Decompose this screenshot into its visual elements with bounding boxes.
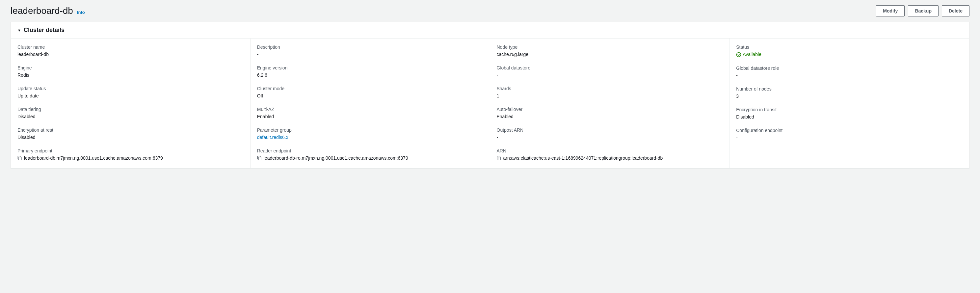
delete-button[interactable]: Delete <box>942 5 969 16</box>
svg-rect-1 <box>258 157 261 160</box>
copy-icon[interactable] <box>257 156 262 160</box>
check-circle-icon <box>736 52 741 57</box>
value: 3 <box>736 94 739 99</box>
details-col-3: Node type cache.r6g.large Global datasto… <box>490 38 730 168</box>
action-buttons: Modify Backup Delete <box>876 5 969 16</box>
svg-rect-2 <box>498 157 500 160</box>
label: Global datastore role <box>736 65 963 71</box>
value: - <box>736 73 738 78</box>
field-number-of-nodes: Number of nodes 3 <box>736 86 963 100</box>
field-description: Description - <box>257 45 483 58</box>
svg-rect-0 <box>19 157 21 160</box>
copy-icon[interactable] <box>18 156 22 160</box>
label: Encryption at rest <box>18 127 243 133</box>
label: Status <box>736 45 963 50</box>
field-encryption-at-rest: Encryption at rest Disabled <box>18 127 243 141</box>
field-primary-endpoint: Primary endpoint leaderboard-db.m7jmxn.n… <box>18 148 243 162</box>
value: Off <box>257 93 263 99</box>
field-multi-az: Multi-AZ Enabled <box>257 107 483 120</box>
info-link[interactable]: Info <box>77 10 85 15</box>
panel-header[interactable]: ▼ Cluster details <box>11 22 969 38</box>
copy-icon[interactable] <box>497 156 501 160</box>
value: leaderboard-db.m7jmxn.ng.0001.use1.cache… <box>24 155 163 162</box>
cluster-details-panel: ▼ Cluster details Cluster name leaderboa… <box>11 22 969 169</box>
field-outpost-arn: Outpost ARN - <box>497 127 723 141</box>
copy-row: leaderboard-db-ro.m7jmxn.ng.0001.use1.ca… <box>257 155 483 162</box>
value: Disabled <box>18 114 35 119</box>
field-parameter-group: Parameter group default.redis6.x <box>257 127 483 141</box>
value: cache.r6g.large <box>497 52 529 57</box>
details-col-1: Cluster name leaderboard-db Engine Redis… <box>11 38 250 168</box>
value: 1 <box>497 93 500 99</box>
value: - <box>497 72 498 78</box>
value: - <box>257 52 259 57</box>
backup-button[interactable]: Backup <box>908 5 939 16</box>
label: Engine version <box>257 65 483 70</box>
label: Primary endpoint <box>18 148 243 153</box>
field-update-status: Update status Up to date <box>18 86 243 99</box>
details-col-2: Description - Engine version 6.2.6 Clust… <box>250 38 490 168</box>
field-encryption-in-transit: Encryption in transit Disabled <box>736 107 963 121</box>
field-reader-endpoint: Reader endpoint leaderboard-db-ro.m7jmxn… <box>257 148 483 162</box>
value: - <box>497 135 498 140</box>
label: Configuration endpoint <box>736 128 963 133</box>
field-configuration-endpoint: Configuration endpoint - <box>736 128 963 141</box>
value: Enabled <box>257 114 274 119</box>
modify-button[interactable]: Modify <box>876 5 905 16</box>
field-status: Status Available <box>736 45 963 58</box>
value: leaderboard-db-ro.m7jmxn.ng.0001.use1.ca… <box>264 155 408 162</box>
label: Multi-AZ <box>257 107 483 112</box>
label: Cluster mode <box>257 86 483 91</box>
value: leaderboard-db <box>18 52 49 57</box>
label: Description <box>257 45 483 50</box>
caret-down-icon: ▼ <box>18 28 21 32</box>
label: Update status <box>18 86 243 91</box>
status-text: Available <box>743 51 761 58</box>
field-node-type: Node type cache.r6g.large <box>497 45 723 58</box>
field-engine-version: Engine version 6.2.6 <box>257 65 483 79</box>
label: Data tiering <box>18 107 243 112</box>
label: Number of nodes <box>736 86 963 92</box>
field-arn: ARN arn:aws:elasticache:us-east-1:168996… <box>497 148 723 162</box>
label: Cluster name <box>18 45 243 50</box>
value: Enabled <box>497 114 514 119</box>
label: Node type <box>497 45 723 50</box>
copy-row: leaderboard-db.m7jmxn.ng.0001.use1.cache… <box>18 155 243 162</box>
field-global-datastore-role: Global datastore role - <box>736 65 963 79</box>
value: 6.2.6 <box>257 72 267 78</box>
label: Global datastore <box>497 65 723 70</box>
value: Disabled <box>18 135 35 140</box>
value: Redis <box>18 72 29 78</box>
label: Auto-failover <box>497 107 723 112</box>
field-cluster-mode: Cluster mode Off <box>257 86 483 99</box>
page-title: leaderboard-db <box>11 6 73 16</box>
field-engine: Engine Redis <box>18 65 243 79</box>
details-col-4: Status Available Global datastore role -… <box>730 38 969 168</box>
label: Parameter group <box>257 127 483 133</box>
page-header: leaderboard-db Info Modify Backup Delete <box>0 0 980 22</box>
field-shards: Shards 1 <box>497 86 723 99</box>
value: Up to date <box>18 93 39 99</box>
status-badge: Available <box>736 51 761 58</box>
details-grid: Cluster name leaderboard-db Engine Redis… <box>11 38 969 168</box>
field-data-tiering: Data tiering Disabled <box>18 107 243 120</box>
label: Encryption in transit <box>736 107 963 112</box>
field-cluster-name: Cluster name leaderboard-db <box>18 45 243 58</box>
label: Engine <box>18 65 243 70</box>
value: Disabled <box>736 114 754 119</box>
parameter-group-link[interactable]: default.redis6.x <box>257 135 288 140</box>
label: Outpost ARN <box>497 127 723 133</box>
value: arn:aws:elasticache:us-east-1:1689962440… <box>503 155 663 162</box>
title-wrap: leaderboard-db Info <box>11 6 85 16</box>
panel-title: Cluster details <box>24 27 65 33</box>
field-auto-failover: Auto-failover Enabled <box>497 107 723 120</box>
label: Shards <box>497 86 723 91</box>
copy-row: arn:aws:elasticache:us-east-1:1689962440… <box>497 155 723 162</box>
label: Reader endpoint <box>257 148 483 153</box>
label: ARN <box>497 148 723 153</box>
field-global-datastore: Global datastore - <box>497 65 723 79</box>
value: - <box>736 135 738 140</box>
